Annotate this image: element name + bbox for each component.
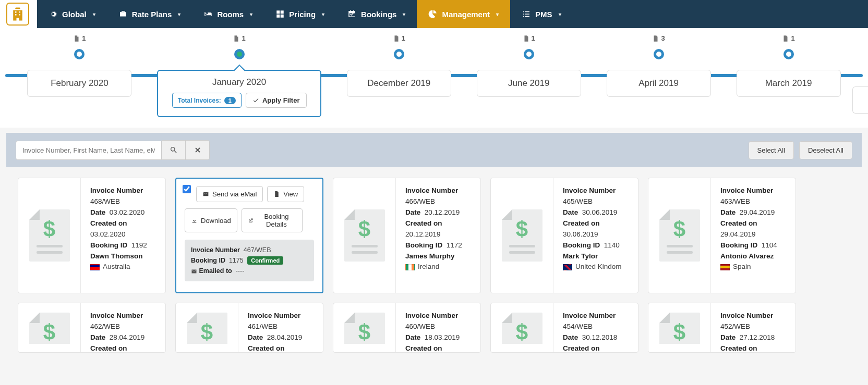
booking-details-button[interactable]: Booking Details (242, 208, 303, 232)
search-button[interactable] (162, 140, 186, 160)
envelope-icon (202, 191, 209, 197)
invoice-card[interactable]: $ Invoice Number 465/WEB Date 30.06.2019… (490, 178, 638, 293)
timeline-card[interactable]: March 2019 (737, 70, 841, 97)
doc-thumbnail: $ (491, 303, 553, 352)
caret-icon: ▾ (93, 11, 95, 17)
search-icon (170, 146, 178, 154)
doc-icon (73, 35, 80, 42)
timeline-dot[interactable] (783, 49, 794, 59)
label-date: Date (248, 333, 263, 341)
label-date: Date (405, 333, 420, 341)
send-email-label: Send via eMail (212, 190, 257, 198)
timeline-label: March 2019 (765, 78, 812, 89)
dollar-icon: $ (29, 320, 70, 344)
timeline-count: 1 (782, 34, 794, 42)
timeline-col: 1 December 2019 (339, 49, 459, 117)
flag-icon (563, 264, 572, 270)
nav-label: Management (442, 10, 490, 19)
timeline-card[interactable]: December 2019 (347, 70, 451, 97)
nav-management[interactable]: Management▾ (417, 0, 510, 28)
invoice-card-selected[interactable]: Send via eMail View Download Booking Det… (175, 178, 323, 293)
deselect-all-label: Deselect All (808, 146, 843, 154)
label-emailed-to: Emailed to (199, 267, 232, 275)
nav-rooms[interactable]: Rooms▾ (192, 0, 264, 28)
nav-label: Pricing (289, 10, 316, 19)
label-invoice-number: Invoice Number (563, 312, 616, 319)
apply-filter-button[interactable]: Apply Filter (246, 93, 307, 108)
download-button[interactable]: Download (185, 208, 237, 232)
deselect-all-button[interactable]: Deselect All (799, 141, 852, 159)
nav-pms[interactable]: PMS▾ (510, 0, 573, 28)
timeline-card-active[interactable]: January 2020 Total Invoices: 1 Apply Fil… (157, 70, 321, 117)
timeline-dot-active[interactable] (234, 49, 245, 59)
envelope-icon (191, 268, 197, 275)
nav-label: Bookings (361, 10, 396, 19)
timeline-dot[interactable] (654, 49, 664, 59)
timeline-col: 1 June 2019 (469, 49, 588, 117)
invoice-card[interactable]: $ Invoice Number 462/WEB Date 28.04.2019… (18, 303, 166, 353)
count-value: 3 (661, 34, 665, 42)
logo[interactable] (6, 3, 29, 26)
invoice-card[interactable]: $ Invoice Number 461/WEB Date 28.04.2019… (175, 303, 323, 353)
date-value: 28.04.2019 (110, 333, 145, 341)
external-link-icon (248, 217, 254, 224)
doc-thumbnail: $ (333, 303, 396, 352)
select-all-label: Select All (757, 146, 785, 154)
country-value: Ireland (418, 262, 439, 272)
label-booking-id: Booking ID (405, 241, 442, 249)
file-icon (273, 191, 280, 197)
nav-global[interactable]: Global▾ (37, 0, 107, 28)
doc-thumbnail: $ (333, 178, 396, 293)
select-all-button[interactable]: Select All (749, 141, 794, 159)
nav-rate-plans[interactable]: Rate Plans▾ (107, 0, 192, 28)
nav-bookings[interactable]: Bookings▾ (336, 0, 417, 28)
check-icon (252, 97, 259, 104)
created-value: 03.02.2020 (90, 229, 160, 240)
nav-pricing[interactable]: Pricing▾ (264, 0, 336, 28)
download-icon (191, 217, 198, 224)
search-toolbar: Select All Deselect All (6, 133, 862, 167)
clear-search-button[interactable] (186, 140, 210, 160)
invoice-number-value: 466/WEB (405, 196, 475, 207)
flag-icon (405, 264, 415, 270)
label-created: Created on (90, 344, 127, 352)
invoice-card[interactable]: $ Invoice Number 454/WEB Date 30.12.2018… (490, 303, 638, 353)
label-created: Created on (405, 219, 442, 227)
timeline-col: 3 April 2019 (599, 49, 718, 117)
card-checkbox[interactable] (183, 185, 191, 193)
timeline-dot[interactable] (74, 49, 85, 59)
timeline-overflow[interactable] (852, 86, 868, 114)
count-value: 1 (791, 34, 794, 42)
timeline-dot[interactable] (524, 49, 534, 59)
label-created: Created on (90, 219, 127, 227)
send-email-button[interactable]: Send via eMail (196, 186, 263, 202)
timeline-card[interactable]: February 2020 (27, 70, 131, 97)
doc-thumbnail: $ (18, 178, 81, 293)
invoice-card[interactable]: $ Invoice Number 468/WEB Date 03.02.2020… (18, 178, 166, 293)
pie-chart-icon (428, 9, 438, 19)
label-invoice-number: Invoice Number (720, 312, 773, 319)
doc-icon (782, 35, 789, 42)
timeline-dot[interactable] (394, 49, 404, 59)
doc-icon (233, 35, 240, 42)
timeline-col-active: 1 January 2020 Total Invoices: 1 Apply F… (150, 49, 329, 117)
invoice-card[interactable]: $ Invoice Number 466/WEB Date 20.12.2019… (333, 178, 481, 293)
timeline-count: 1 (233, 34, 245, 42)
timeline-card[interactable]: April 2019 (607, 70, 711, 97)
customer-name: Dawn Thomson (90, 252, 143, 260)
timeline-count: 1 (393, 34, 405, 42)
invoice-card[interactable]: $ Invoice Number 452/WEB Date 27.12.2018… (648, 303, 796, 353)
search-input[interactable] (16, 141, 162, 160)
booking-id-value: 1104 (762, 241, 777, 249)
timeline-label: December 2019 (367, 78, 430, 89)
invoice-card[interactable]: $ Invoice Number 460/WEB Date 18.03.2019… (333, 303, 481, 353)
invoice-card[interactable]: $ Invoice Number 463/WEB Date 29.04.2019… (648, 178, 796, 293)
timeline-col: 1 February 2020 (20, 49, 139, 117)
nav-label: Rooms (217, 10, 244, 19)
label-booking-id: Booking ID (563, 241, 600, 249)
booking-details-label: Booking Details (257, 213, 296, 228)
timeline-card[interactable]: June 2019 (477, 70, 581, 97)
view-button[interactable]: View (267, 186, 304, 202)
label-date: Date (720, 333, 736, 341)
invoice-info: Invoice Number 463/WEB Date 29.04.2019 C… (711, 178, 795, 293)
